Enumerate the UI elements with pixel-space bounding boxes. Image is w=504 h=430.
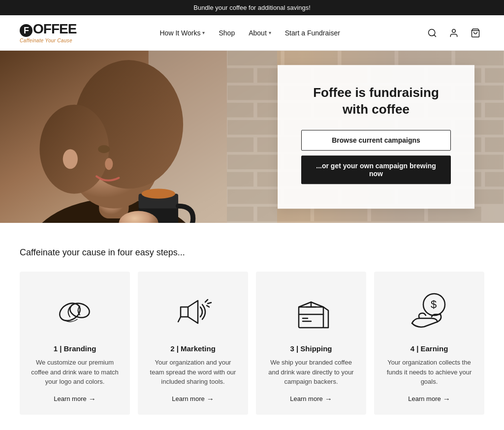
search-button[interactable] <box>423 24 441 42</box>
cart-button[interactable] <box>467 24 484 42</box>
chevron-down-icon: ▾ <box>269 30 271 35</box>
main-nav: How It Works ▾ Shop About ▾ Start a Fund… <box>154 25 346 41</box>
logo-text: FOFFEE <box>20 22 76 37</box>
steps-section: Caffeinate your cause in four easy steps… <box>0 223 504 430</box>
step-1-learn-more[interactable]: Learn more → <box>54 395 95 403</box>
logo-tagline: Caffeinate Your Cause <box>20 38 72 43</box>
arrow-right-icon: → <box>443 395 450 403</box>
nav-about[interactable]: About ▾ <box>243 25 277 41</box>
announcement-text: Bundle your coffee for additional saving… <box>193 4 311 11</box>
svg-line-78 <box>208 303 211 304</box>
cart-icon <box>471 28 480 38</box>
step-3-title: 3 | Shipping <box>290 344 332 353</box>
svg-rect-51 <box>484 137 504 153</box>
branding-icon <box>50 287 99 337</box>
svg-rect-68 <box>227 206 254 222</box>
hero-title: Foffee is fundraising with coffee <box>301 85 451 118</box>
arrow-right-icon: → <box>325 395 332 403</box>
svg-rect-62 <box>484 171 504 187</box>
logo[interactable]: FOFFEE Caffeinate Your Cause <box>20 22 76 43</box>
svg-rect-21 <box>341 51 395 66</box>
step-1-title: 1 | Branding <box>54 344 96 353</box>
svg-rect-57 <box>227 171 254 187</box>
svg-rect-40 <box>484 102 504 118</box>
nav-shop[interactable]: Shop <box>213 25 241 41</box>
svg-line-77 <box>205 300 208 302</box>
nav-how-it-works[interactable]: How It Works ▾ <box>154 25 211 41</box>
step-4-desc: Your organization collects the funds it … <box>384 358 474 387</box>
svg-point-12 <box>98 145 110 153</box>
svg-rect-22 <box>398 51 452 66</box>
nav-start-fundraiser[interactable]: Start a Fundraiser <box>279 25 346 41</box>
arrow-right-icon: → <box>207 395 214 403</box>
chevron-down-icon: ▾ <box>202 30 205 35</box>
svg-rect-80 <box>299 307 323 328</box>
svg-point-11 <box>63 149 78 169</box>
svg-rect-46 <box>227 137 254 153</box>
account-icon <box>449 28 459 38</box>
browse-campaigns-button[interactable]: Browse current campaigns <box>301 130 451 151</box>
header-icons <box>423 24 484 42</box>
step-2-learn-more[interactable]: Learn more → <box>172 395 214 403</box>
account-button[interactable] <box>445 24 463 42</box>
step-3-desc: We ship your branded coffee and drink wa… <box>266 358 356 387</box>
start-campaign-button[interactable]: ...or get your own campaign brewing now <box>301 155 451 184</box>
earning-icon: $ <box>405 287 454 337</box>
svg-rect-20 <box>284 51 338 66</box>
logo-f: F <box>20 24 32 37</box>
svg-point-13 <box>105 158 113 170</box>
steps-grid: 1 | Branding We customize our premium co… <box>20 272 484 415</box>
step-4-learn-more[interactable]: Learn more → <box>408 395 450 403</box>
step-branding: 1 | Branding We customize our premium co… <box>20 272 130 415</box>
step-marketing: 2 | Marketing Your organization and your… <box>138 272 248 415</box>
svg-rect-19 <box>227 51 282 66</box>
shipping-icon <box>286 287 336 337</box>
svg-rect-29 <box>484 67 504 83</box>
svg-rect-35 <box>227 102 254 118</box>
svg-text:$: $ <box>431 298 437 310</box>
arrow-right-icon: → <box>89 395 96 403</box>
step-2-title: 2 | Marketing <box>170 344 216 353</box>
step-4-title: 4 | Earning <box>410 344 448 353</box>
step-2-desc: Your organization and your team spread t… <box>148 358 238 387</box>
svg-line-1 <box>434 34 436 36</box>
marketing-icon <box>168 287 218 337</box>
hero-card: Foffee is fundraising with coffee Browse… <box>278 65 474 209</box>
svg-line-79 <box>207 306 209 307</box>
announcement-bar: Bundle your coffee for additional saving… <box>0 0 504 15</box>
svg-rect-30 <box>227 85 282 100</box>
search-icon <box>427 28 437 38</box>
svg-rect-63 <box>227 189 282 205</box>
svg-rect-24 <box>227 67 254 83</box>
steps-heading: Caffeinate your cause in four easy steps… <box>20 247 484 258</box>
hero-section: Foffee is fundraising with coffee Browse… <box>0 51 504 223</box>
step-1-desc: We customize our premium coffee and drin… <box>30 358 120 387</box>
step-3-learn-more[interactable]: Learn more → <box>290 395 332 403</box>
svg-rect-41 <box>227 120 282 135</box>
step-earning: $ 4 | Earning Your organization collects… <box>374 272 484 415</box>
step-shipping: 3 | Shipping We ship your branded coffee… <box>256 272 366 415</box>
svg-point-16 <box>142 189 175 199</box>
svg-rect-23 <box>454 51 504 66</box>
header: FOFFEE Caffeinate Your Cause How It Work… <box>0 15 504 51</box>
svg-line-76 <box>178 317 181 322</box>
svg-rect-52 <box>227 154 282 170</box>
svg-point-2 <box>452 29 456 32</box>
